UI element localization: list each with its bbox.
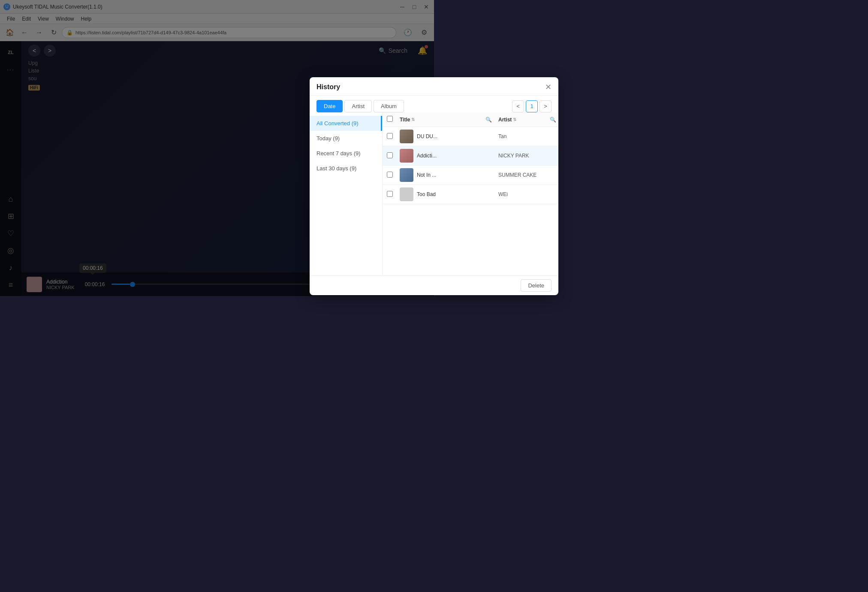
row4-title: Too Bad — [417, 191, 434, 197]
tab-artist[interactable]: Artist — [344, 100, 372, 112]
th-title-label: Title — [400, 117, 410, 123]
table-row: Not In ... SUMMER CAKE 3rd Digital Sin..… — [383, 166, 434, 185]
row2-title-cell: Addicti... — [400, 149, 434, 163]
table-row: Too Bad WEi Love Pt.1 : First... 00:03:1… — [383, 185, 434, 204]
row1-title: DU DU... — [417, 133, 434, 139]
filter-today[interactable]: Today (9) — [310, 131, 382, 146]
row2-checkbox-cell — [387, 152, 400, 160]
row4-title-cell: Too Bad — [400, 187, 434, 201]
row2-checkbox[interactable] — [387, 152, 393, 158]
tab-album[interactable]: Album — [374, 100, 404, 112]
row4-checkbox[interactable] — [387, 191, 393, 197]
dialog-footer: Delete — [310, 275, 434, 295]
filter-all-converted[interactable]: All Converted (9) — [310, 116, 382, 131]
tab-date[interactable]: Date — [316, 100, 343, 112]
select-all-checkbox[interactable] — [387, 116, 393, 122]
filter-recent-7days[interactable]: Recent 7 days (9) — [310, 146, 382, 161]
row3-checkbox[interactable] — [387, 172, 393, 178]
filter-last-30days[interactable]: Last 30 days (9) — [310, 161, 382, 176]
row1-thumb — [400, 130, 413, 143]
th-checkbox-col — [387, 116, 400, 123]
row1-checkbox[interactable] — [387, 133, 393, 139]
dialog-sidebar: All Converted (9) Today (9) Recent 7 day… — [310, 112, 383, 275]
row3-thumb — [400, 168, 413, 182]
table-body: DU DU... Tan LIMITED EDITI... 00:03:37 ▶… — [383, 127, 434, 275]
dialog-table-area: Title ⇅ 🔍 Artist ⇅ 🔍 Album ⇅ 🔍 Duration … — [383, 112, 434, 275]
row2-title: Addicti... — [417, 153, 434, 159]
dialog-tabs: Date Artist Album < 1 > — [310, 96, 434, 112]
table-header: Title ⇅ 🔍 Artist ⇅ 🔍 Album ⇅ 🔍 Duration … — [383, 112, 434, 127]
row3-title: Not In ... — [417, 172, 434, 178]
sort-title-icon: ⇅ — [411, 117, 415, 122]
row4-thumb — [400, 187, 413, 201]
th-title[interactable]: Title ⇅ — [400, 117, 434, 123]
row2-thumb — [400, 149, 413, 163]
row1-title-cell: DU DU... — [400, 130, 434, 143]
dialog-title: History — [316, 83, 340, 91]
row3-title-cell: Not In ... — [400, 168, 434, 182]
table-row: Addicti... NICKY PARK Addiction 00:03:13… — [383, 146, 434, 166]
table-row: DU DU... Tan LIMITED EDITI... 00:03:37 ▶… — [383, 127, 434, 146]
dialog-body: All Converted (9) Today (9) Recent 7 day… — [310, 112, 434, 275]
history-dialog: History ✕ Date Artist Album < 1 > All Co… — [310, 77, 434, 295]
row4-checkbox-cell — [387, 191, 400, 198]
dialog-header: History ✕ — [310, 77, 434, 96]
row1-checkbox-cell — [387, 133, 400, 140]
row3-checkbox-cell — [387, 172, 400, 179]
